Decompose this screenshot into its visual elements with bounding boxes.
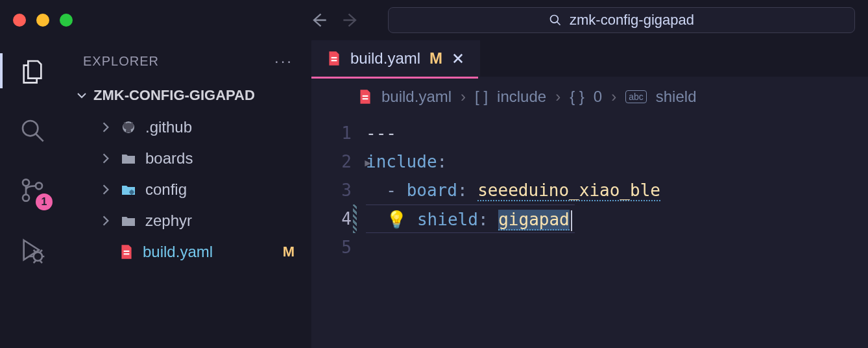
folder-label: .github — [145, 118, 192, 136]
chevron-right-icon: › — [555, 88, 561, 106]
svg-rect-9 — [124, 253, 130, 255]
tab-build-yaml[interactable]: build.yaml M — [311, 40, 480, 77]
svg-rect-11 — [332, 60, 337, 61]
file-label: build.yaml — [143, 243, 213, 261]
breadcrumb-seg3: shield — [656, 88, 697, 106]
folder-label: boards — [145, 149, 193, 168]
code-text: --- — [366, 123, 396, 143]
sidebar-root-folder[interactable]: ZMK-CONFIG-GIGAPAD — [65, 82, 311, 109]
nav-forward-button[interactable] — [341, 10, 361, 30]
code-key: include — [366, 152, 437, 171]
activity-run-debug[interactable] — [15, 232, 50, 267]
chevron-right-icon: › — [611, 88, 616, 106]
breadcrumb[interactable]: build.yaml › [ ] include › { } 0 › abc s… — [311, 79, 868, 115]
close-window-button[interactable] — [13, 14, 26, 27]
svg-point-2 — [23, 179, 29, 186]
svg-point-5 — [34, 252, 42, 260]
text-cursor — [571, 210, 572, 231]
tab-close-button[interactable] — [452, 52, 464, 65]
activity-search[interactable] — [15, 113, 50, 148]
nav-back-button[interactable] — [309, 10, 328, 30]
chevron-right-icon: › — [461, 88, 466, 106]
modified-indicator: M — [283, 243, 295, 260]
command-center-text: zmk-config-gigapad — [570, 12, 694, 29]
sidebar-folder-config[interactable]: config — [65, 174, 311, 205]
maximize-window-button[interactable] — [60, 14, 73, 27]
line-gutter: 1 2 3 4 5 ▶ — [311, 115, 366, 348]
command-center[interactable]: zmk-config-gigapad — [388, 7, 855, 33]
sidebar-folder-boards[interactable]: boards — [65, 143, 311, 174]
code-editor[interactable]: 1 2 3 4 5 ▶ --- include: - board: seeedu… — [311, 115, 868, 348]
svg-rect-8 — [124, 251, 130, 252]
array-icon: [ ] — [475, 88, 488, 106]
tab-filename: build.yaml — [350, 49, 420, 68]
code-value: seeeduino_xiao_ble — [477, 180, 660, 201]
object-icon: { } — [570, 88, 585, 106]
code-value-selected: gigapad — [498, 210, 570, 230]
sidebar-file-build-yaml[interactable]: build.yaml M — [65, 236, 311, 267]
scm-badge: 1 — [36, 193, 53, 210]
breadcrumb-seg2: 0 — [594, 88, 602, 106]
traffic-lights — [13, 14, 73, 27]
sidebar-folder-zephyr[interactable]: zephyr — [65, 205, 311, 236]
folder-label: config — [145, 180, 187, 199]
sidebar-title: EXPLORER — [83, 54, 159, 69]
activity-explorer[interactable] — [15, 53, 50, 88]
svg-rect-13 — [363, 98, 368, 99]
minimize-window-button[interactable] — [36, 14, 49, 27]
svg-point-3 — [23, 195, 29, 201]
sidebar-more-button[interactable]: ··· — [274, 52, 293, 70]
svg-point-4 — [36, 182, 42, 189]
code-key: shield — [417, 210, 478, 229]
lightbulb-icon[interactable]: 💡 — [386, 210, 407, 229]
svg-point-1 — [23, 121, 38, 136]
activity-source-control[interactable]: 1 — [15, 173, 50, 208]
sidebar-root-label: ZMK-CONFIG-GIGAPAD — [93, 87, 255, 104]
breadcrumb-file: build.yaml — [381, 88, 452, 106]
folder-label: zephyr — [145, 212, 192, 230]
tab-modified: M — [429, 49, 442, 68]
sidebar-folder-github[interactable]: .github — [65, 112, 311, 143]
svg-rect-10 — [332, 57, 337, 58]
code-key: board — [407, 180, 457, 200]
breadcrumb-seg1: include — [497, 88, 546, 106]
editor-tabs: build.yaml M — [311, 40, 868, 77]
string-icon: abc — [625, 90, 647, 103]
svg-point-0 — [551, 16, 559, 23]
svg-rect-12 — [363, 95, 368, 97]
